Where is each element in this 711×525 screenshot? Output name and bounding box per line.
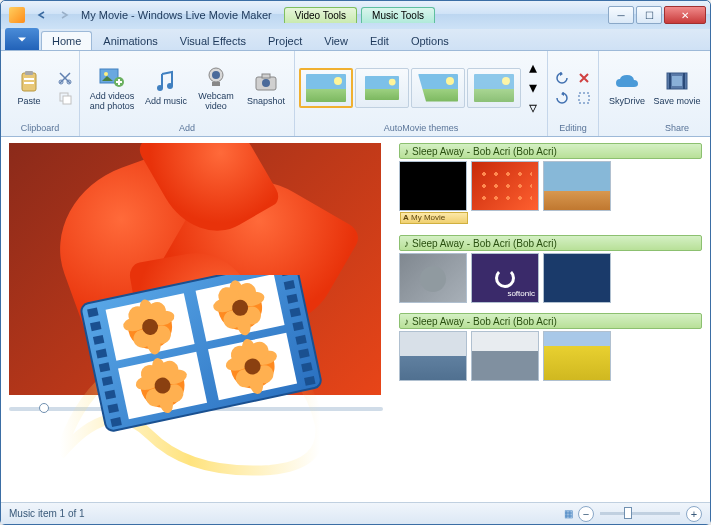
theme-thumb-2[interactable] [355,68,409,108]
svg-rect-22 [683,73,685,89]
save-icon [664,69,690,95]
svg-rect-2 [24,78,34,80]
delete-button[interactable] [574,69,594,87]
track-3: ♪ Sleep Away - Bob Acri (Bob Acri) [399,313,702,381]
rotate-right-button[interactable] [552,89,572,107]
group-add: Add videos and photos Add music Webcam v… [80,51,295,136]
music-note-icon: ♪ [404,146,409,157]
svg-point-9 [104,72,108,76]
gallery-down-button[interactable]: ▾ [523,79,543,97]
clip-meeting[interactable] [471,331,539,381]
snapshot-icon [253,69,279,95]
undo-button[interactable] [33,6,51,24]
tab-home[interactable]: Home [41,31,92,50]
redo-button[interactable] [55,6,73,24]
svg-point-12 [167,83,173,89]
theme-thumb-3[interactable] [411,68,465,108]
svg-rect-23 [672,76,682,86]
snapshot-button[interactable]: Snapshot [242,56,290,120]
svg-rect-1 [25,71,33,75]
clip-flower[interactable] [471,161,539,211]
music-track-header-2[interactable]: ♪ Sleep Away - Bob Acri (Bob Acri) [399,235,702,251]
clip-title[interactable]: A My Movie [399,161,467,211]
preview-controls [9,395,383,423]
svg-rect-15 [212,82,220,86]
rotate-left-button[interactable] [552,69,572,87]
zoom-slider[interactable] [600,512,680,515]
clip-koala[interactable] [399,253,467,303]
ribbon: Paste Clipboard Add videos and photos Ad… [1,51,710,137]
theme-thumb-1[interactable] [299,68,353,108]
tab-view[interactable]: View [313,31,359,50]
zoom-in-button[interactable]: + [686,506,702,522]
clip-tulips[interactable] [543,331,611,381]
minimize-button[interactable]: ─ [608,6,634,24]
track-1: ♪ Sleep Away - Bob Acri (Bob Acri) A My … [399,143,702,211]
storyboard-pane: ♪ Sleep Away - Bob Acri (Bob Acri) A My … [391,137,710,502]
tab-animations[interactable]: Animations [92,31,168,50]
music-track-header[interactable]: ♪ Sleep Away - Bob Acri (Bob Acri) [399,143,702,159]
tab-project[interactable]: Project [257,31,313,50]
clip-desert[interactable] [543,161,611,211]
status-text: Music item 1 of 1 [9,508,85,519]
tab-visual-effects[interactable]: Visual Effects [169,31,257,50]
tab-options[interactable]: Options [400,31,460,50]
webcam-icon [203,64,229,90]
zoom-out-button[interactable]: − [578,506,594,522]
ribbon-tabs: Home Animations Visual Effects Project V… [1,29,710,51]
group-editing: Editing [548,51,599,136]
svg-rect-3 [24,82,34,84]
tab-edit[interactable]: Edit [359,31,400,50]
skydrive-button[interactable]: SkyDrive [603,56,651,120]
add-videos-button[interactable]: Add videos and photos [84,56,140,120]
quick-access-toolbar [5,6,73,24]
paste-button[interactable]: Paste [5,56,53,120]
gallery-up-button[interactable]: ▴ [523,59,543,77]
svg-point-11 [157,85,163,91]
music-note-icon: ♪ [404,316,409,327]
close-button[interactable]: ✕ [664,6,706,24]
gallery-scroll: ▴ ▾ ▿ [523,59,543,117]
contextual-tabs: Video Tools Music Tools [284,7,435,23]
theme-thumb-4[interactable] [467,68,521,108]
seek-slider[interactable] [9,407,383,411]
app-window: My Movie - Windows Live Movie Maker Vide… [0,0,711,525]
add-music-button[interactable]: Add music [142,56,190,120]
svg-point-14 [212,71,220,79]
cut-button[interactable] [55,69,75,87]
group-clipboard: Paste Clipboard [1,51,80,136]
main-area: ♪ Sleep Away - Bob Acri (Bob Acri) A My … [1,137,710,502]
title-overlay[interactable]: A My Movie [400,212,468,224]
sign-in-button[interactable]: Sign in [703,56,711,120]
track-2: ♪ Sleep Away - Bob Acri (Bob Acri) softo… [399,235,702,303]
maximize-button[interactable]: ☐ [636,6,662,24]
preview-pane [1,137,391,502]
svg-rect-21 [669,73,671,89]
svg-rect-17 [262,74,270,78]
group-automovie: ▴ ▾ ▿ AutoMovie themes [295,51,548,136]
titlebar: My Movie - Windows Live Movie Maker Vide… [1,1,710,29]
music-tools-tab[interactable]: Music Tools [361,7,435,23]
music-track-header-3[interactable]: ♪ Sleep Away - Bob Acri (Bob Acri) [399,313,702,329]
video-tools-tab[interactable]: Video Tools [284,7,357,23]
copy-button[interactable] [55,89,75,107]
file-menu-button[interactable] [5,28,39,50]
music-icon [153,69,179,95]
clip-softonic[interactable]: softonic [471,253,539,303]
clip-office[interactable] [399,331,467,381]
select-all-button[interactable] [574,89,594,107]
window-title: My Movie - Windows Live Movie Maker [81,9,272,21]
save-movie-button[interactable]: Save movie [653,56,701,120]
music-note-icon: ♪ [404,238,409,249]
gallery-expand-button[interactable]: ▿ [523,99,543,117]
preview-monitor[interactable] [9,143,381,395]
webcam-button[interactable]: Webcam video [192,56,240,120]
group-share: SkyDrive Save movie Sign in Share [599,51,711,136]
statusbar: Music item 1 of 1 ▦ − + [1,502,710,524]
clip-text-wall[interactable] [543,253,611,303]
paste-icon [16,69,42,95]
svg-rect-19 [579,93,589,103]
theme-gallery: ▴ ▾ ▿ [299,59,543,117]
zoom-control: − + [578,506,702,522]
view-thumbnails-button[interactable]: ▦ [558,505,578,523]
